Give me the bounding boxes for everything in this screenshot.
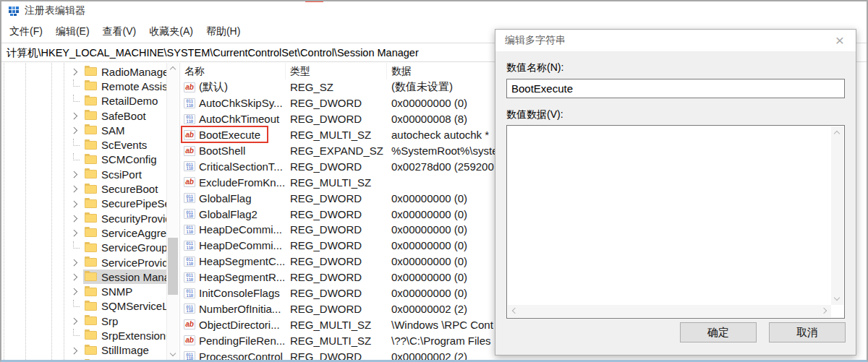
- tree-item-safeboot[interactable]: SafeBoot: [1, 108, 166, 123]
- chevron-right-icon[interactable]: [72, 230, 83, 236]
- string-icon: ab: [184, 82, 195, 92]
- tree-branch-connector: [72, 142, 83, 149]
- tree-item-radiomanage[interactable]: RadioManage: [1, 64, 166, 79]
- tree-item-retaildemo[interactable]: RetailDemo: [1, 94, 166, 108]
- folder-icon: [85, 228, 97, 237]
- chevron-right-icon[interactable]: [72, 202, 83, 207]
- tree-item-label: SQMServiceLi: [97, 300, 166, 312]
- tree-item-snmp[interactable]: SNMP: [1, 284, 166, 298]
- textarea-vscrollbar[interactable]: [831, 126, 843, 305]
- tree-item-label: ScsiPort: [97, 168, 142, 181]
- chevron-right-icon[interactable]: [72, 113, 83, 118]
- close-icon[interactable]: ×: [828, 30, 851, 50]
- column-header-name[interactable]: 名称: [180, 63, 286, 79]
- scroll-up-icon[interactable]: [834, 131, 840, 137]
- scroll-right-icon[interactable]: [821, 308, 827, 314]
- tree-item-label: ScEvents: [97, 139, 147, 151]
- folder-icon: [85, 141, 97, 150]
- scroll-up-icon[interactable]: [170, 66, 176, 72]
- ok-button[interactable]: 确定: [680, 322, 757, 342]
- value-name: ObjectDirectori...: [199, 319, 280, 331]
- value-name-input[interactable]: [506, 79, 845, 98]
- tree-item-sqmserviceli[interactable]: SQMServiceLi: [1, 299, 166, 314]
- tree-item-securityprovid[interactable]: SecurityProvid: [1, 211, 166, 225]
- chevron-right-icon[interactable]: [72, 260, 83, 265]
- value-name: ProcessorControl: [199, 350, 283, 360]
- tree-item-label: StillImage: [97, 344, 149, 356]
- folder-icon: [85, 302, 97, 311]
- value-name: NumberOfInitia...: [199, 303, 281, 315]
- menu-item-e[interactable]: 编辑(E): [49, 25, 96, 38]
- tree-item-serviceaggreg[interactable]: ServiceAggreg: [1, 225, 166, 240]
- menu-item-h[interactable]: 帮助(H): [200, 25, 247, 38]
- cell-name: 011110AutoChkTimeout: [180, 113, 286, 125]
- value-name: AutoChkSkipSy...: [199, 97, 283, 109]
- value-name: GlobalFlag2: [199, 208, 258, 220]
- folder-icon: [85, 97, 97, 105]
- tree-item-sto[interactable]: Sto: [1, 358, 166, 360]
- textarea-hscrollbar[interactable]: [508, 305, 831, 317]
- value-type: REG_EXPAND_SZ: [286, 145, 387, 157]
- tree-scrollbar[interactable]: [166, 63, 179, 360]
- tree-item-servicegroupo[interactable]: ServiceGroupO: [1, 241, 166, 255]
- scroll-down-icon[interactable]: [834, 295, 840, 301]
- tree-branch-connector: [72, 332, 83, 339]
- tree-item-srpextensionc[interactable]: SrpExtensionC: [1, 328, 166, 342]
- value-data-label: 数值数据(V):: [506, 108, 845, 121]
- string-icon: ab: [184, 177, 195, 187]
- menu-item-a[interactable]: 收藏夹(A): [142, 25, 200, 38]
- value-type: REG_DWORD: [286, 113, 387, 125]
- scroll-left-icon[interactable]: [512, 308, 518, 314]
- tree-item-label: SecurityProvid: [97, 212, 166, 225]
- tree-item-remote-assist[interactable]: Remote Assist: [1, 79, 166, 93]
- menu-item-f[interactable]: 文件(F): [3, 25, 49, 38]
- tree-item-serviceprovide[interactable]: ServiceProvide: [1, 255, 166, 270]
- column-header-type[interactable]: 类型: [286, 63, 387, 79]
- scroll-thumb[interactable]: [168, 238, 178, 294]
- string-icon: ab: [184, 146, 195, 156]
- tree-item-label: Remote Assist: [97, 80, 166, 92]
- tree-item-secureboot[interactable]: SecureBoot: [1, 181, 166, 196]
- cancel-button[interactable]: 取消: [769, 322, 846, 342]
- cell-name: abObjectDirectori...: [180, 319, 286, 331]
- cell-name: 011110HeapSegmentR...: [180, 271, 286, 283]
- tree-item-stillimage[interactable]: StillImage: [1, 343, 166, 358]
- chevron-right-icon[interactable]: [72, 172, 83, 177]
- cell-name: 011110CriticalSectionT...: [180, 160, 286, 173]
- chevron-right-icon[interactable]: [72, 275, 83, 280]
- tree-item-label: ServiceAggreg: [97, 227, 166, 239]
- registry-editor-window: 注册表编辑器 文件(F)编辑(E)查看(V)收藏夹(A)帮助(H) RadioM…: [0, 0, 868, 362]
- value-type: REG_DWORD: [286, 192, 387, 204]
- value-data-textarea[interactable]: [508, 126, 830, 304]
- dword-icon: 011110: [184, 241, 195, 251]
- chevron-right-icon[interactable]: [72, 69, 83, 74]
- scroll-down-icon[interactable]: [170, 350, 176, 356]
- value-type: REG_MULTI_SZ: [286, 176, 387, 189]
- chevron-right-icon[interactable]: [72, 128, 83, 133]
- value-data-box: [506, 125, 845, 319]
- tree-item-scmconfig[interactable]: SCMConfig: [1, 152, 166, 167]
- tree-item-session-mana[interactable]: Session Mana: [1, 270, 166, 284]
- tree-item-label: SAM: [97, 124, 125, 137]
- chevron-right-icon[interactable]: [72, 319, 83, 324]
- cell-name: 011110HeapDeCommi...: [180, 239, 286, 251]
- tree-item-sam[interactable]: SAM: [1, 123, 166, 137]
- tree-item-securepipeser[interactable]: SecurePipeSer: [1, 197, 166, 211]
- cell-name: 011110InitConsoleFlags: [180, 287, 286, 299]
- tree-item-srp[interactable]: Srp: [1, 314, 166, 328]
- menu-item-v[interactable]: 查看(V): [96, 25, 143, 38]
- chevron-right-icon[interactable]: [72, 348, 83, 353]
- window-title: 注册表编辑器: [25, 4, 85, 17]
- chevron-right-icon[interactable]: [72, 216, 83, 221]
- chevron-right-icon[interactable]: [72, 289, 83, 294]
- value-type: REG_DWORD: [286, 208, 387, 220]
- tree-item-label: SafeBoot: [97, 110, 146, 122]
- tree-item-scsiport[interactable]: ScsiPort: [1, 167, 166, 181]
- folder-icon: [85, 67, 97, 76]
- tree-item-scevents[interactable]: ScEvents: [1, 137, 166, 152]
- chevron-right-icon[interactable]: [72, 186, 83, 191]
- dword-icon: 011110: [184, 288, 195, 298]
- dialog-body: 数值名称(N): 数值数据(V):: [495, 61, 856, 319]
- tree-item-label: RadioManage: [97, 66, 166, 78]
- cell-name: 011110NumberOfInitia...: [180, 303, 286, 315]
